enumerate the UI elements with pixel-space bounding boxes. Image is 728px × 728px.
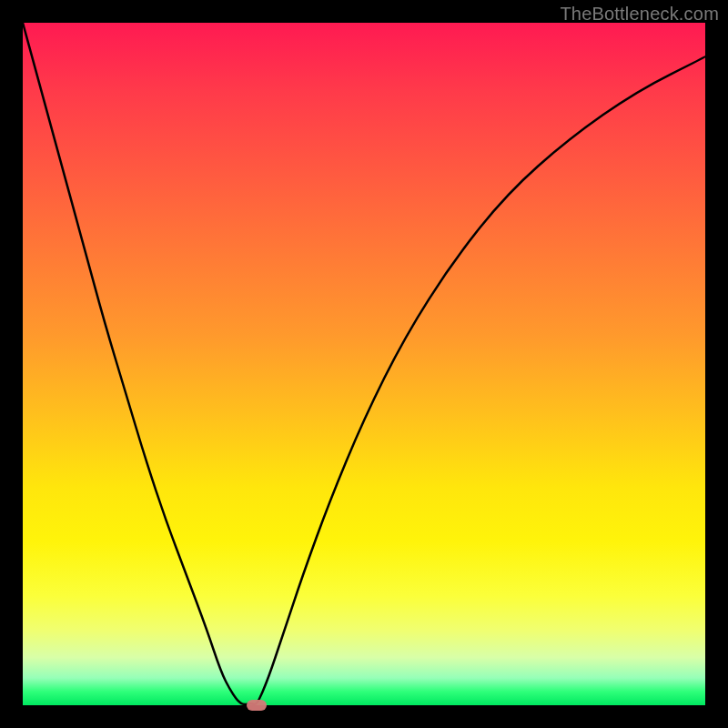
minimum-marker — [247, 700, 267, 711]
plot-area — [23, 23, 705, 705]
chart-frame: TheBottleneck.com — [0, 0, 728, 728]
attribution-text: TheBottleneck.com — [560, 4, 719, 25]
bottleneck-curve — [23, 23, 705, 705]
